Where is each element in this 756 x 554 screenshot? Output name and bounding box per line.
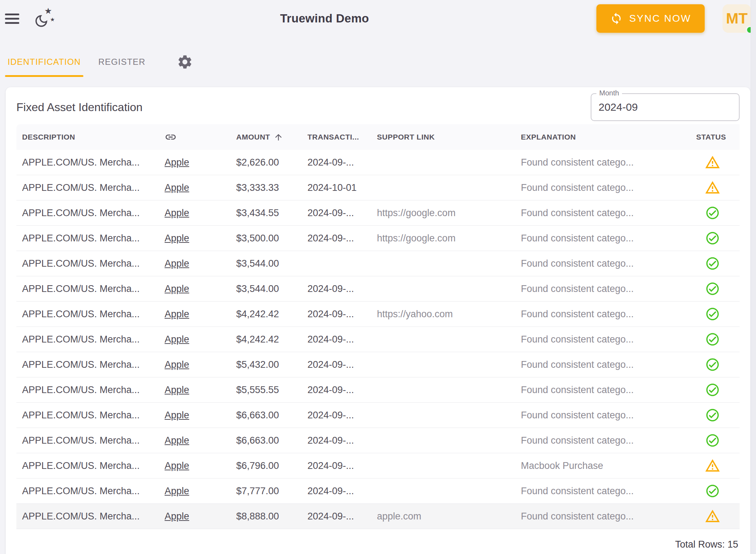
header-explanation: EXPLANATION <box>515 133 679 141</box>
cell-status <box>679 382 740 397</box>
cell-transaction-date: 2024-09-... <box>302 157 371 168</box>
success-icon <box>705 408 720 423</box>
vendor-link[interactable]: Apple <box>165 182 189 193</box>
table-row[interactable]: APPLE.COM/US. Mercha... Apple $2,626.00 … <box>16 150 740 175</box>
transactions-table: DESCRIPTION AMOUNT TRANSACTI... SUPPORT … <box>16 124 740 529</box>
vendor-link[interactable]: Apple <box>165 283 189 294</box>
cell-amount: $6,663.00 <box>231 435 302 446</box>
table-row[interactable]: APPLE.COM/US. Mercha... Apple $8,888.00 … <box>16 504 740 529</box>
month-input-value: 2024-09 <box>591 101 638 113</box>
table-row[interactable]: APPLE.COM/US. Mercha... Apple $3,544.00 … <box>16 251 740 276</box>
header-amount-label: AMOUNT <box>236 133 270 141</box>
table-row[interactable]: APPLE.COM/US. Mercha... Apple $7,777.00 … <box>16 479 740 504</box>
vendor-link[interactable]: Apple <box>165 258 189 269</box>
cell-description: APPLE.COM/US. Mercha... <box>16 233 159 244</box>
table-row[interactable]: APPLE.COM/US. Mercha... Apple $3,544.00 … <box>16 276 740 302</box>
panel-header: Fixed Asset Identification Month 2024-09 <box>16 87 740 121</box>
cell-transaction-date: 2024-09-... <box>302 233 371 244</box>
cell-status <box>679 433 740 448</box>
table-row[interactable]: APPLE.COM/US. Mercha... Apple $5,555.55 … <box>16 377 740 403</box>
dark-mode-toggle[interactable]: ★ ★ <box>33 8 53 29</box>
cell-amount: $5,432.00 <box>231 359 302 370</box>
vendor-link[interactable]: Apple <box>165 208 189 218</box>
warning-icon <box>705 180 720 195</box>
vendor-link[interactable]: Apple <box>165 511 189 522</box>
cell-explanation: Found consistent catego... <box>515 208 679 219</box>
sync-now-button[interactable]: SYNC NOW <box>596 4 705 33</box>
user-avatar[interactable]: MT <box>723 4 751 33</box>
avatar-initials: MT <box>726 10 748 27</box>
cell-description: APPLE.COM/US. Mercha... <box>16 359 159 370</box>
vendor-link[interactable]: Apple <box>165 157 189 168</box>
success-icon <box>705 357 720 372</box>
table-row[interactable]: APPLE.COM/US. Mercha... Apple $6,796.00 … <box>16 453 740 479</box>
vertical-scrollbar[interactable] <box>751 0 756 554</box>
header-description: DESCRIPTION <box>16 133 159 141</box>
tab-register[interactable]: REGISTER <box>88 47 155 77</box>
header-amount-sortable[interactable]: AMOUNT <box>231 132 302 142</box>
top-bar: ★ ★ Truewind Demo SYNC NOW MT <box>0 0 756 37</box>
tab-identification[interactable]: IDENTIFICATION <box>5 47 83 77</box>
vendor-link[interactable]: Apple <box>165 435 189 446</box>
vendor-link[interactable]: Apple <box>165 460 189 471</box>
cell-status <box>679 458 740 474</box>
cell-status <box>679 281 740 296</box>
cell-description: APPLE.COM/US. Mercha... <box>16 157 159 168</box>
cell-explanation: Found consistent catego... <box>515 410 679 421</box>
cell-description: APPLE.COM/US. Mercha... <box>16 511 159 522</box>
active-tab-indicator <box>5 75 83 77</box>
tab-bar: IDENTIFICATION REGISTER <box>0 47 756 77</box>
cell-transaction-date: 2024-09-... <box>302 385 371 396</box>
sort-ascending-icon <box>274 132 283 142</box>
vendor-link[interactable]: Apple <box>165 309 189 319</box>
cell-amount: $3,333.33 <box>231 182 302 193</box>
table-row[interactable]: APPLE.COM/US. Mercha... Apple $6,663.00 … <box>16 403 740 428</box>
vendor-link[interactable]: Apple <box>165 334 189 345</box>
link-icon <box>165 131 177 143</box>
cell-status <box>679 307 740 322</box>
menu-icon[interactable] <box>5 12 19 25</box>
vendor-link[interactable]: Apple <box>165 486 189 496</box>
table-row[interactable]: APPLE.COM/US. Mercha... Apple $3,333.33 … <box>16 175 740 200</box>
cell-transaction-date: 2024-09-... <box>302 283 371 294</box>
cell-description: APPLE.COM/US. Mercha... <box>16 182 159 193</box>
sync-icon <box>610 12 623 25</box>
header-support-link: SUPPORT LINK <box>371 133 515 141</box>
cell-status <box>679 484 740 498</box>
cell-status <box>679 508 740 524</box>
success-icon <box>705 332 720 347</box>
cell-amount: $2,626.00 <box>231 157 302 168</box>
cell-amount: $4,242.42 <box>231 309 302 320</box>
cell-explanation: Found consistent catego... <box>515 182 679 193</box>
cell-description: APPLE.COM/US. Mercha... <box>16 283 159 294</box>
cell-transaction-date: 2024-09-... <box>302 435 371 446</box>
cell-support-link: https://yahoo.com <box>371 309 515 320</box>
table-row[interactable]: APPLE.COM/US. Mercha... Apple $6,663.00 … <box>16 428 740 453</box>
cell-explanation: Found consistent catego... <box>515 359 679 370</box>
table-row[interactable]: APPLE.COM/US. Mercha... Apple $4,242.42 … <box>16 302 740 327</box>
cell-explanation: Found consistent catego... <box>515 334 679 345</box>
table-row[interactable]: APPLE.COM/US. Mercha... Apple $3,500.00 … <box>16 226 740 251</box>
vendor-link[interactable]: Apple <box>165 385 189 395</box>
cell-explanation: Macbook Purchase <box>515 460 679 471</box>
cell-transaction-date: 2024-09-... <box>302 309 371 320</box>
cell-description: APPLE.COM/US. Mercha... <box>16 486 159 497</box>
vendor-link[interactable]: Apple <box>165 359 189 370</box>
cell-explanation: Found consistent catego... <box>515 435 679 446</box>
vendor-link[interactable]: Apple <box>165 410 189 420</box>
cell-description: APPLE.COM/US. Mercha... <box>16 385 159 396</box>
table-row[interactable]: APPLE.COM/US. Mercha... Apple $4,242.42 … <box>16 327 740 352</box>
table-body: APPLE.COM/US. Mercha... Apple $2,626.00 … <box>16 150 740 529</box>
table-row[interactable]: APPLE.COM/US. Mercha... Apple $5,432.00 … <box>16 352 740 377</box>
tab-register-label: REGISTER <box>98 57 145 67</box>
settings-button[interactable] <box>177 54 193 70</box>
fixed-asset-panel: Fixed Asset Identification Month 2024-09… <box>6 87 750 554</box>
table-row[interactable]: APPLE.COM/US. Mercha... Apple $3,434.55 … <box>16 200 740 226</box>
cell-status <box>679 180 740 195</box>
cell-amount: $3,544.00 <box>231 283 302 294</box>
cell-status <box>679 205 740 220</box>
vendor-link[interactable]: Apple <box>165 233 189 244</box>
cell-transaction-date: 2024-09-... <box>302 208 371 219</box>
month-input[interactable]: Month 2024-09 <box>591 93 740 121</box>
success-icon <box>705 205 720 220</box>
